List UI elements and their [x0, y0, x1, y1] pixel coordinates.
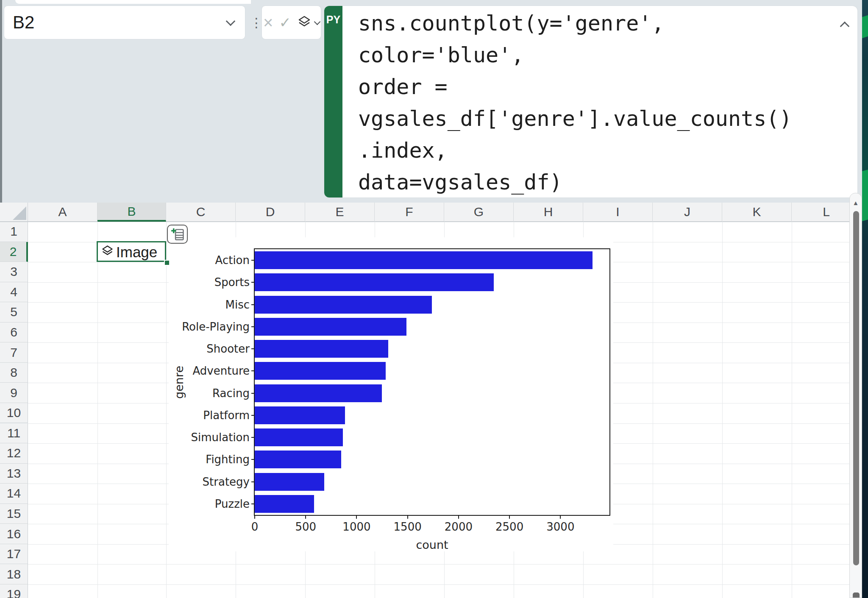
row-header-4[interactable]: 4	[0, 282, 28, 303]
chart-bar	[255, 451, 341, 468]
row-header-10[interactable]: 10	[0, 403, 28, 423]
chevron-down-icon[interactable]	[226, 17, 236, 26]
row-header-8[interactable]: 8	[0, 363, 28, 383]
scrollbar-thumb[interactable]	[853, 211, 859, 565]
active-cell-content: Image	[101, 242, 164, 262]
formula-bar[interactable]: PY sns.countplot(y='genre',color='blue',…	[324, 6, 857, 197]
y-tick-mark	[251, 459, 255, 460]
x-tick-label: 1000	[327, 520, 386, 533]
name-box[interactable]: B2	[4, 6, 245, 39]
layers-icon	[101, 244, 114, 261]
row-header-15[interactable]: 15	[0, 504, 28, 524]
chart-bar	[255, 273, 494, 291]
x-tick-mark	[407, 515, 408, 519]
cell-value: Image	[116, 244, 157, 261]
column-header-H[interactable]: H	[514, 203, 583, 222]
row-header-1[interactable]: 1	[0, 222, 28, 242]
column-header-C[interactable]: C	[166, 203, 236, 222]
grid-line	[0, 222, 861, 222]
cancel-icon[interactable]: ×	[263, 14, 273, 31]
row-header-2[interactable]: 2	[0, 242, 28, 262]
chart-bar	[255, 406, 345, 424]
x-tick-mark	[305, 515, 306, 519]
layers-icon[interactable]	[297, 14, 312, 31]
column-header-E[interactable]: E	[305, 203, 375, 222]
grid-line	[166, 222, 167, 598]
row-header-11[interactable]: 11	[0, 423, 28, 444]
row-header-17[interactable]: 17	[0, 544, 28, 565]
y-tick-mark	[251, 481, 255, 482]
insert-data-button[interactable]	[167, 225, 188, 244]
row-header-9[interactable]: 9	[0, 383, 28, 403]
chart-bar	[255, 428, 343, 446]
y-axis-label: genre	[172, 366, 186, 399]
chart-bar	[255, 384, 382, 402]
collapse-formula-bar-icon[interactable]	[840, 22, 850, 31]
column-header-J[interactable]: J	[653, 203, 722, 222]
x-tick-label: 0	[225, 520, 284, 533]
desktop-accent	[862, 170, 868, 221]
code-line: .index,	[358, 135, 832, 167]
chevron-down-icon[interactable]	[314, 18, 321, 25]
overflow-dots-icon[interactable]: ⋮	[253, 6, 260, 39]
cell-reference: B2	[4, 12, 227, 33]
y-tick-mark	[251, 326, 255, 327]
x-tick-mark	[254, 515, 255, 519]
grid-line	[722, 222, 723, 598]
row-header-19[interactable]: 19	[0, 584, 28, 598]
x-axis-label: count	[407, 538, 458, 551]
grid-line	[653, 222, 653, 598]
row-header-6[interactable]: 6	[0, 323, 28, 343]
row-header-14[interactable]: 14	[0, 484, 28, 504]
vertical-scrollbar[interactable]: ▲	[849, 193, 862, 598]
column-header-A[interactable]: A	[28, 203, 97, 222]
formula-toolbar: × ✓	[262, 6, 321, 39]
column-header-I[interactable]: I	[583, 203, 653, 222]
y-tick-mark	[251, 260, 255, 261]
category-label: Platform	[173, 409, 250, 422]
category-label: Role-Playing	[173, 320, 250, 333]
desktop-edge	[862, 0, 868, 598]
x-tick-label: 2000	[429, 520, 488, 533]
python-badge: PY	[324, 6, 342, 197]
column-header-K[interactable]: K	[722, 203, 792, 222]
insert-data-icon	[170, 227, 185, 242]
select-all-corner[interactable]	[0, 203, 28, 222]
row-header-18[interactable]: 18	[0, 564, 28, 584]
chart-bar	[255, 340, 388, 358]
row-header-16[interactable]: 16	[0, 524, 28, 544]
chart-bar	[255, 318, 406, 336]
column-header-B[interactable]: B	[97, 203, 166, 222]
row-header-13[interactable]: 13	[0, 464, 28, 484]
formula-code-editor[interactable]: sns.countplot(y='genre',color='blue',ord…	[358, 8, 832, 198]
code-line: order =	[358, 71, 832, 103]
code-line: color='blue',	[358, 39, 832, 71]
row-header-5[interactable]: 5	[0, 302, 28, 323]
category-label: Strategy	[173, 476, 250, 488]
ribbon-bottom-edge	[15, 0, 251, 4]
chart-image[interactable]: ActionSportsMiscRole-PlayingShooterAdven…	[169, 237, 613, 551]
row-header-12[interactable]: 12	[0, 443, 28, 464]
row-header-3[interactable]: 3	[0, 262, 28, 282]
column-header-F[interactable]: F	[375, 203, 444, 222]
excel-window: B2 ⋮ × ✓ PY sns.countplot(y='genre',colo…	[0, 0, 868, 598]
grid-line	[97, 222, 98, 598]
category-label: Misc	[173, 298, 250, 311]
select-all-triangle-icon	[13, 206, 26, 220]
fill-handle[interactable]	[164, 260, 170, 266]
scroll-up-icon[interactable]: ▲	[850, 199, 862, 206]
scroll-down-icon[interactable]	[853, 592, 860, 598]
y-tick-mark	[251, 348, 255, 349]
category-label: Sports	[173, 276, 250, 289]
row-header-7[interactable]: 7	[0, 342, 28, 363]
column-header-G[interactable]: G	[444, 203, 514, 222]
confirm-icon[interactable]: ✓	[279, 15, 291, 30]
category-label: Simulation	[173, 431, 250, 444]
grid-line	[28, 564, 861, 565]
chart-bar	[255, 296, 432, 314]
y-tick-mark	[251, 503, 255, 504]
code-line: data=vgsales_df)	[358, 167, 832, 198]
grid-line	[792, 222, 792, 598]
column-header-D[interactable]: D	[236, 203, 305, 222]
chart-bar	[255, 251, 593, 269]
